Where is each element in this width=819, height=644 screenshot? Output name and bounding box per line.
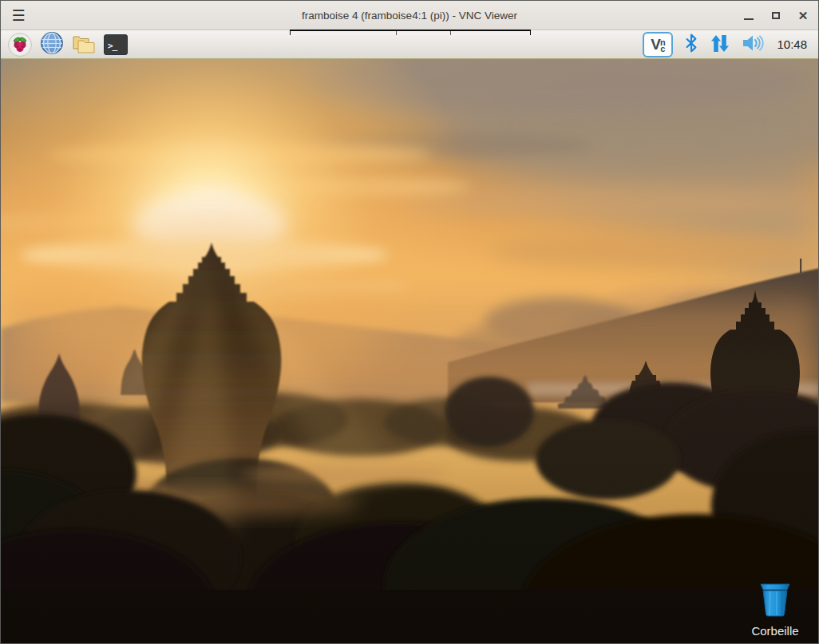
vnc-logo-c: c bbox=[660, 45, 666, 52]
network-activity-tray-button[interactable] bbox=[710, 32, 730, 57]
volume-tray-button[interactable] bbox=[742, 33, 764, 56]
titlebar: ☰ framboise 4 (framboise4:1 (pi)) - VNC … bbox=[1, 1, 818, 30]
up-down-arrows-icon bbox=[710, 32, 730, 57]
vnc-logo-stack: n c bbox=[660, 39, 666, 52]
vnc-server-tray-button[interactable]: V n c bbox=[643, 32, 673, 57]
vnc-toolbar-segment bbox=[291, 31, 397, 35]
globe-icon bbox=[40, 31, 64, 57]
close-button[interactable]: ✕ bbox=[796, 9, 810, 23]
terminal-prompt-glyph: >_ bbox=[108, 41, 117, 51]
trash-desktop-icon[interactable]: Corbeille bbox=[743, 582, 807, 638]
hamburger-menu-icon[interactable]: ☰ bbox=[9, 6, 28, 26]
system-tray: V n c bbox=[643, 32, 812, 57]
vnc-toolbar-segment bbox=[451, 31, 530, 35]
web-browser-button[interactable] bbox=[39, 33, 65, 57]
vnc-toolbar-collapsed-tab[interactable] bbox=[290, 30, 531, 35]
vnc-viewer-window: ☰ framboise 4 (framboise4:1 (pi)) - VNC … bbox=[0, 0, 819, 644]
bluetooth-tray-button[interactable] bbox=[684, 32, 698, 57]
trash-label: Corbeille bbox=[743, 624, 807, 638]
terminal-icon: >_ bbox=[104, 34, 128, 55]
maximize-icon bbox=[772, 12, 780, 19]
vnc-toolbar-segment bbox=[397, 31, 451, 35]
window-controls: ✕ bbox=[742, 1, 810, 30]
folders-icon bbox=[71, 31, 97, 57]
raspberry-menu-button[interactable] bbox=[7, 33, 33, 57]
close-icon: ✕ bbox=[798, 9, 809, 23]
wallpaper-image bbox=[1, 59, 819, 644]
taskbar-launchers: >_ bbox=[7, 33, 129, 57]
minimize-button[interactable] bbox=[742, 9, 756, 23]
maximize-button[interactable] bbox=[769, 9, 783, 23]
minimize-icon bbox=[744, 18, 754, 21]
terminal-button[interactable]: >_ bbox=[103, 33, 129, 57]
volume-speaker-icon bbox=[742, 33, 764, 56]
file-manager-button[interactable] bbox=[71, 33, 97, 57]
desktop[interactable]: Corbeille bbox=[1, 59, 819, 644]
window-title: framboise 4 (framboise4:1 (pi)) - VNC Vi… bbox=[1, 10, 818, 22]
raspberry-icon bbox=[8, 33, 32, 57]
bluetooth-icon bbox=[684, 32, 698, 57]
trash-can-icon bbox=[755, 582, 795, 618]
vnc-server-icon: V n c bbox=[643, 32, 673, 57]
taskbar-clock[interactable]: 10:48 bbox=[775, 38, 807, 51]
